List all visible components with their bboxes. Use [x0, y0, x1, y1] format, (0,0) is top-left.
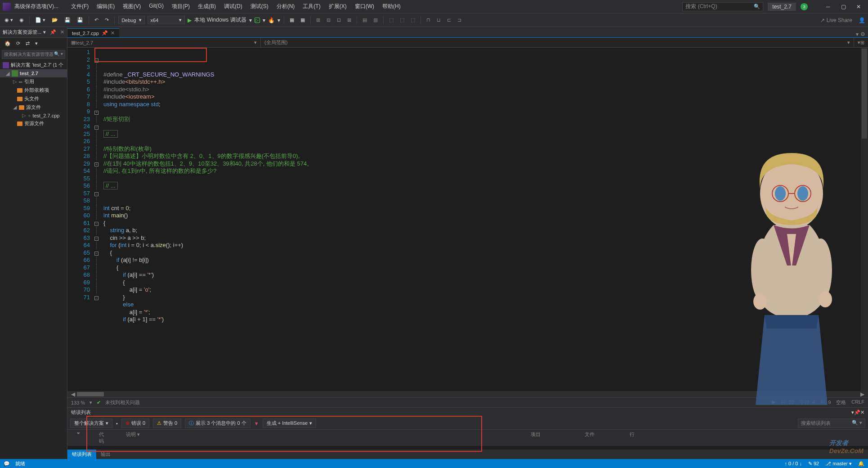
save-button[interactable]: 💾	[63, 16, 72, 24]
eol-indicator[interactable]: CRLF	[851, 399, 864, 406]
pin-icon[interactable]: 📌	[50, 29, 56, 35]
git-commits[interactable]: ✎ 92	[808, 461, 819, 467]
solexp-search[interactable]: 搜索解决方案资源管理器 🔍 ▾	[2, 50, 65, 59]
menu-debug[interactable]: 调试(D)	[220, 1, 246, 12]
close-icon[interactable]: ✕	[860, 410, 864, 415]
tb-icon-12[interactable]: ⊓	[425, 16, 432, 24]
debugger-label[interactable]: 本地 Windows 调试器	[194, 16, 246, 24]
tree-refs[interactable]: ▷▫◦引用	[0, 77, 67, 86]
start-debug-button[interactable]: ▶	[188, 17, 192, 23]
line-indicator[interactable]: 行: 22	[781, 399, 794, 406]
menu-edit[interactable]: 编辑(E)	[93, 1, 118, 12]
undo-button[interactable]: ↶	[93, 16, 100, 24]
panel-close-icon[interactable]: ✕	[60, 29, 64, 35]
tree-solution[interactable]: 解决方案 'test_2.7' (1 个	[0, 61, 67, 69]
tb-icon-1[interactable]: ▦	[288, 16, 296, 24]
pin-icon[interactable]: 📌	[854, 410, 860, 415]
search-input[interactable]: 搜索 (Ctrl+Q) 🔍	[682, 2, 763, 11]
indent-indicator[interactable]: 空格	[836, 399, 846, 406]
tree-project[interactable]: ◢test_2.7	[0, 69, 67, 77]
tb-icon-9[interactable]: ⬚	[387, 16, 395, 24]
maximize-button[interactable]: ▢	[837, 2, 850, 12]
col-file[interactable]: 文件	[576, 431, 621, 445]
nav-member[interactable]: ▾⊞	[854, 38, 868, 47]
col-project[interactable]: 项目	[522, 431, 576, 445]
nav-scope[interactable]: ▦ test_2.7▾	[67, 38, 261, 47]
tb-icon-6[interactable]: ⊠	[345, 16, 353, 24]
project-selector[interactable]: test_2.7	[768, 3, 796, 11]
hot-reload-icon[interactable]: 🔥	[268, 17, 275, 23]
pin-icon[interactable]: 📌	[102, 30, 108, 36]
tree-sources[interactable]: ◢源文件	[0, 103, 67, 112]
tab-dropdown-icon[interactable]: ▾	[856, 31, 859, 37]
menu-help[interactable]: 帮助(H)	[379, 1, 404, 12]
chat-icon[interactable]: 💬	[4, 461, 10, 467]
tree-extdeps[interactable]: 外部依赖项	[0, 86, 67, 94]
forward-button[interactable]: ◉	[18, 16, 26, 24]
errorlist-search[interactable]: 搜索错误列表🔍 ▾	[798, 418, 865, 428]
redo-button[interactable]: ↷	[103, 16, 111, 24]
char-indicator[interactable]: 字符: 4	[800, 399, 815, 406]
filter-icon[interactable]: ▼	[254, 421, 259, 426]
home-icon[interactable]: 🏠	[3, 40, 13, 47]
tab-settings-icon[interactable]: ⚙	[860, 31, 865, 37]
git-updown[interactable]: ↑ 0 / 0 ↓	[784, 461, 802, 466]
menu-tools[interactable]: 工具(T)	[299, 1, 324, 12]
tb-icon-10[interactable]: ⬚	[398, 16, 406, 24]
saveall-button[interactable]: 💾	[75, 16, 85, 24]
tb-icon-8[interactable]: ▥	[371, 16, 380, 24]
tb-icon-5[interactable]: ⊡	[335, 16, 343, 24]
tab-errorlist[interactable]: 错误列表	[67, 450, 96, 459]
platform-combo[interactable]: x64▾	[148, 16, 185, 24]
col-code[interactable]: 代码	[90, 431, 117, 445]
fold-column[interactable]: −+−+−−−−−	[94, 48, 103, 391]
tab-active[interactable]: test_2.7.cpp 📌 ✕	[67, 28, 119, 37]
warnings-filter[interactable]: ⚠警告 0	[153, 418, 181, 428]
tree-cpp-file[interactable]: ▷+test_2.7.cpp	[0, 112, 67, 119]
horizontal-scrollbar[interactable]: ◀ ▶	[67, 391, 868, 397]
menu-view[interactable]: 视图(V)	[119, 1, 144, 12]
minimize-button[interactable]: ─	[821, 2, 835, 12]
tree-resources[interactable]: 资源文件	[0, 119, 67, 128]
nav-type[interactable]: (全局范围)▾	[261, 38, 854, 47]
intellisense-filter[interactable]: 生成 + IntelliSense▾	[263, 418, 316, 428]
tb-icon-7[interactable]: ▤	[361, 16, 369, 24]
menu-test[interactable]: 测试(S)	[247, 1, 272, 12]
open-button[interactable]: 📂	[50, 16, 60, 24]
col-line[interactable]: 行	[621, 431, 644, 445]
tree-headers[interactable]: 头文件	[0, 94, 67, 103]
menu-build[interactable]: 生成(B)	[194, 1, 219, 12]
tb-icon-3[interactable]: ⊞	[314, 16, 322, 24]
menu-analyze[interactable]: 分析(N)	[273, 1, 299, 12]
code-editor[interactable]: 1234567892324252627282954555657585960616…	[67, 48, 868, 391]
tb-icon-15[interactable]: ⊐	[456, 16, 463, 24]
split-icon[interactable]: ⊞	[860, 40, 864, 45]
notif-icon[interactable]: 🔔	[858, 461, 864, 467]
scope-filter[interactable]: 整个解决方案▾	[70, 418, 112, 428]
menu-extensions[interactable]: 扩展(X)	[325, 1, 350, 12]
tab-close-icon[interactable]: ✕	[111, 30, 115, 36]
sync-icon[interactable]: ⇄	[24, 40, 31, 47]
tb-icon-13[interactable]: ⊔	[435, 16, 443, 24]
start-nodebug-button[interactable]: ▷	[255, 18, 260, 23]
back-button[interactable]: ◉ ▾	[3, 16, 15, 24]
menu-window[interactable]: 窗口(W)	[351, 1, 378, 12]
tb-icon-11[interactable]: ⬚	[409, 16, 417, 24]
errors-filter[interactable]: ⊗错误 0	[121, 418, 149, 428]
tb-icon-2[interactable]: ▦	[299, 16, 307, 24]
liveshare-button[interactable]: ↗ Live Share 👤	[820, 17, 865, 23]
close-button[interactable]: ✕	[852, 2, 865, 12]
col-indicator[interactable]: 列: 9	[820, 399, 831, 406]
tb-icon-4[interactable]: ⊟	[325, 16, 332, 24]
col-desc[interactable]: 说明 ▾	[117, 431, 522, 445]
menu-project[interactable]: 项目(P)	[168, 1, 193, 12]
git-branch[interactable]: ⎇ master ▾	[825, 461, 852, 467]
zoom-level[interactable]: 133 %	[71, 400, 85, 405]
notification-badge[interactable]: 3	[801, 3, 808, 10]
code-content[interactable]: #define _CRT_SECURE_NO_WARNINGS#include<…	[103, 48, 861, 391]
menu-git[interactable]: Git(G)	[145, 1, 167, 12]
menu-file[interactable]: 文件(F)	[67, 1, 92, 12]
vertical-scrollbar[interactable]	[861, 48, 868, 391]
messages-filter[interactable]: ⓘ展示 3 个消息中的 0 个	[185, 418, 250, 428]
refresh-icon[interactable]: ⟳	[14, 40, 22, 47]
